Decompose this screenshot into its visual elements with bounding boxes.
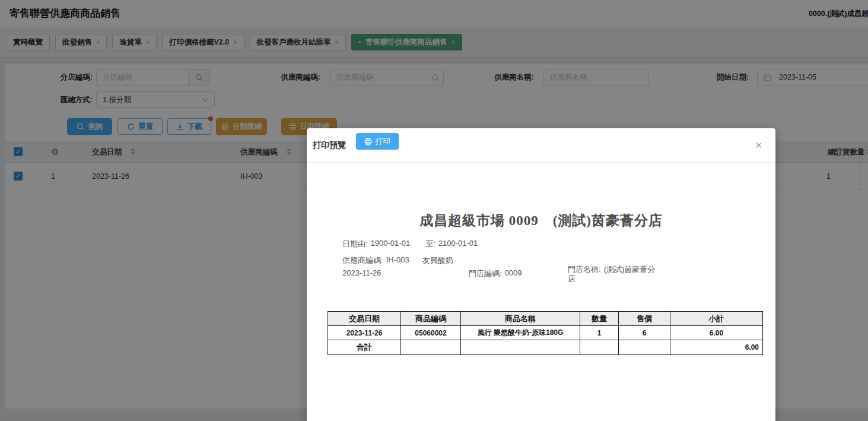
date-from-value: 1900-01-01 — [371, 239, 411, 249]
store-name-label: 門店名稱: — [568, 265, 601, 274]
document-table-total-row: 合計 6.00 — [328, 340, 763, 355]
close-icon[interactable]: ✕ — [755, 140, 762, 151]
print-button-label: 打印 — [376, 137, 390, 147]
print-button[interactable]: 打印 — [356, 133, 399, 150]
doc-col-price: 售價 — [619, 312, 670, 326]
doc-total-label: 合計 — [328, 340, 401, 355]
doc-col-item-name: 商品名稱 — [461, 312, 580, 326]
date-to-value: 2100-01-01 — [438, 239, 478, 249]
print-document: 成昌超級市場 0009 (測試)茵豪薈分店 日期由: 1900-01-01 至:… — [307, 163, 775, 421]
document-date-range: 日期由: 1900-01-01 至: 2100-01-01 — [342, 239, 478, 249]
supplier-label: 供應商編碼: — [342, 255, 383, 266]
store-code-label: 門店編碼: — [469, 268, 502, 279]
date-to-label: 至: — [425, 239, 435, 249]
doc-col-qty: 數量 — [580, 312, 619, 326]
store-code-value: 0009 — [505, 268, 522, 279]
store-name-group: 門店名稱:(測試)茵豪薈分店 — [568, 265, 658, 284]
doc-cell-item-name: 風行 樂悠酸牛奶-原味180G — [461, 326, 580, 340]
doc-cell-qty: 1 — [580, 326, 619, 340]
document-store-title: 成昌超級市場 0009 (測試)茵豪薈分店 — [307, 211, 775, 230]
document-table-header: 交易日期 商品編碼 商品名稱 數量 售價 小計 — [328, 312, 763, 326]
print-preview-modal: 打印預覽 打印 ✕ 成昌超級市場 0009 (測試)茵豪薈分店 日期由: 190… — [307, 128, 775, 421]
modal-title: 打印預覽 — [313, 140, 346, 151]
modal-header: 打印預覽 打印 ✕ — [307, 128, 775, 163]
document-supplier-line: 供應商編碼: IH-003 友興酸奶 — [342, 255, 453, 266]
doc-cell-item-code: 05060002 — [401, 326, 461, 340]
doc-col-subtotal: 小計 — [670, 312, 763, 326]
document-items-table: 交易日期 商品編碼 商品名稱 數量 售價 小計 2023-11-26 05060… — [328, 311, 763, 355]
doc-col-item-code: 商品編碼 — [401, 312, 461, 326]
store-code-group: 門店編碼: 0009 — [469, 268, 522, 279]
supplier-name-value: 友興酸奶 — [422, 255, 453, 266]
doc-col-trade-date: 交易日期 — [328, 312, 401, 326]
doc-cell-trade-date: 2023-11-26 — [328, 326, 401, 340]
doc-cell-subtotal: 6.00 — [670, 326, 763, 340]
document-trans-date: 2023-11-26 — [342, 268, 381, 277]
doc-cell-price: 6 — [619, 326, 670, 340]
doc-total-value: 6.00 — [670, 340, 763, 355]
document-table-row: 2023-11-26 05060002 風行 樂悠酸牛奶-原味180G 1 6 … — [328, 326, 763, 340]
supplier-code-value: IH-003 — [386, 255, 409, 266]
date-from-label: 日期由: — [342, 239, 368, 249]
printer-icon — [364, 138, 372, 145]
